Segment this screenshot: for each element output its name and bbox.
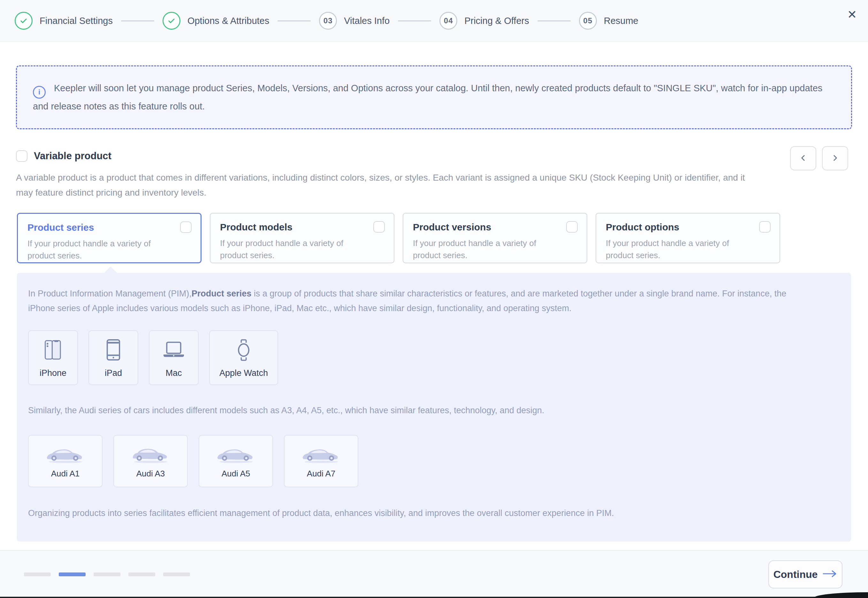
step-label: Options & Attributes xyxy=(187,16,269,26)
apple-watch-icon xyxy=(231,337,257,365)
card-title: Product versions xyxy=(413,222,577,233)
step-label: Resume xyxy=(604,16,639,26)
series-intro-text: In Product Information Management (PIM),… xyxy=(28,286,797,315)
car-model-label: Audi A1 xyxy=(51,469,80,478)
card-description: If your product handle a variety of prod… xyxy=(606,237,756,262)
device-card-apple-watch[interactable]: Apple Watch xyxy=(209,330,278,385)
ipad-icon xyxy=(100,337,126,365)
wizard-body: iKeepler will soon let you manage produc… xyxy=(0,66,868,541)
card-title: Product models xyxy=(220,222,384,233)
step-number-badge: 03 xyxy=(319,12,337,30)
close-icon[interactable]: ✕ xyxy=(844,7,860,22)
info-banner: iKeepler will soon let you manage produc… xyxy=(16,66,852,129)
progress-dash[interactable] xyxy=(94,573,120,576)
carousel-nav xyxy=(790,146,848,170)
product-versions-checkbox[interactable] xyxy=(566,221,578,233)
product-options-card[interactable]: Product options If your product handle a… xyxy=(595,213,780,263)
product-versions-card[interactable]: Product versions If your product handle … xyxy=(403,213,587,263)
card-description: If your product handle a variety of prod… xyxy=(27,238,178,262)
step-complete-icon xyxy=(163,12,180,30)
arrow-right-icon xyxy=(823,569,837,580)
product-options-checkbox[interactable] xyxy=(759,221,771,233)
audi-card-a5[interactable]: Audi A5 xyxy=(199,435,273,487)
info-icon: i xyxy=(33,86,46,99)
product-type-cards: Product series If your product handle a … xyxy=(17,213,868,263)
stepper-connector xyxy=(277,21,311,21)
prev-button[interactable] xyxy=(790,146,816,170)
stepper-connector xyxy=(121,21,154,21)
progress-dashes xyxy=(24,573,190,576)
series-outro-text: Organizing products into series facilita… xyxy=(28,506,797,520)
iphone-icon xyxy=(40,337,66,365)
audi-card-a3[interactable]: Audi A3 xyxy=(113,435,188,487)
variable-product-title: Variable product xyxy=(34,150,111,162)
screen-bottom-edge xyxy=(0,597,868,598)
step-pricing-offers[interactable]: 04 Pricing & Offers xyxy=(439,12,529,30)
device-label: Apple Watch xyxy=(219,368,268,378)
mac-icon xyxy=(160,337,187,365)
step-options-attributes[interactable]: Options & Attributes xyxy=(163,12,269,30)
progress-dash[interactable] xyxy=(24,573,51,576)
step-label: Vitales Info xyxy=(344,16,390,26)
step-label: Financial Settings xyxy=(40,16,113,26)
wizard-stepper: Financial Settings Options & Attributes … xyxy=(0,0,868,42)
variable-product-header: Variable product xyxy=(16,150,868,162)
device-label: iPhone xyxy=(40,368,66,378)
next-button[interactable] xyxy=(822,146,848,170)
device-card-ipad[interactable]: iPad xyxy=(88,330,138,385)
step-resume[interactable]: 05 Resume xyxy=(579,12,639,30)
progress-dash[interactable] xyxy=(163,573,190,576)
step-number-badge: 05 xyxy=(579,12,597,30)
series-explanation-panel: In Product Information Management (PIM),… xyxy=(17,273,851,541)
card-description: If your product handle a variety of prod… xyxy=(220,237,370,262)
car-model-label: Audi A3 xyxy=(136,469,165,478)
product-series-checkbox[interactable] xyxy=(180,221,192,233)
chevron-right-icon xyxy=(831,154,839,163)
continue-label: Continue xyxy=(774,569,818,580)
audi-series-text: Similarly, the Audi series of cars inclu… xyxy=(28,403,797,418)
car-model-label: Audi A7 xyxy=(307,469,336,478)
car-icon xyxy=(126,443,175,466)
wizard-footer: Continue xyxy=(0,550,868,598)
step-financial-settings[interactable]: Financial Settings xyxy=(15,12,113,30)
audi-model-examples: Audi A1 Audi A3 xyxy=(28,435,797,487)
car-icon xyxy=(41,443,90,466)
info-banner-text: iKeepler will soon let you manage produc… xyxy=(33,81,835,114)
car-model-label: Audi A5 xyxy=(222,469,250,478)
step-vitales-info[interactable]: 03 Vitales Info xyxy=(319,12,390,30)
device-card-mac[interactable]: Mac xyxy=(149,330,199,385)
progress-dash[interactable] xyxy=(128,573,155,576)
step-complete-icon xyxy=(15,12,33,30)
chevron-left-icon xyxy=(799,154,807,163)
card-description: If your product handle a variety of prod… xyxy=(413,237,563,262)
step-label: Pricing & Offers xyxy=(464,16,529,26)
product-models-card[interactable]: Product models If your product handle a … xyxy=(210,213,394,263)
continue-button[interactable]: Continue xyxy=(768,561,843,588)
variable-product-description: A variable product is a product that com… xyxy=(16,170,757,200)
product-series-card[interactable]: Product series If your product handle a … xyxy=(17,213,201,263)
panel-caret xyxy=(104,266,117,273)
card-title: Product series xyxy=(27,222,191,233)
product-models-checkbox[interactable] xyxy=(373,221,385,233)
stepper-connector xyxy=(537,21,571,21)
device-card-iphone[interactable]: iPhone xyxy=(28,330,78,385)
card-title: Product options xyxy=(606,222,770,233)
progress-dash-active[interactable] xyxy=(59,573,85,576)
audi-card-a7[interactable]: Audi A7 xyxy=(284,435,358,487)
stepper-connector xyxy=(398,21,431,21)
apple-device-examples: iPhone iPad xyxy=(28,330,797,385)
car-icon xyxy=(297,443,346,466)
device-label: iPad xyxy=(105,368,122,378)
variable-product-checkbox[interactable] xyxy=(16,150,27,162)
audi-card-a1[interactable]: Audi A1 xyxy=(28,435,102,487)
car-icon xyxy=(212,443,260,466)
device-label: Mac xyxy=(165,368,182,378)
step-number-badge: 04 xyxy=(439,12,457,30)
